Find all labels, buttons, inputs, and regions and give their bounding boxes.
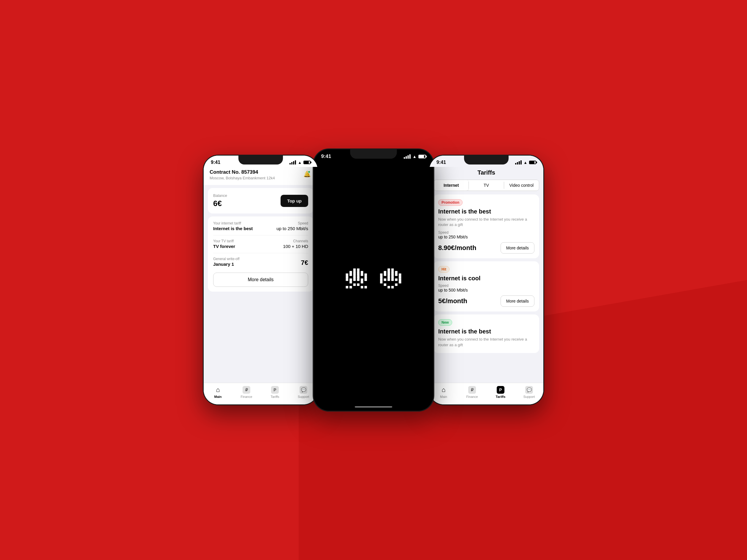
bar3-c xyxy=(408,155,409,159)
offer-price-2: 5€/month xyxy=(438,297,467,305)
bar1-c xyxy=(404,157,405,158)
phone-right: 9:41 ▲ Tariffs xyxy=(429,155,544,405)
nav-tariffs-right[interactable]: P Tariffs xyxy=(486,386,515,399)
offer-bottom-2: 5€/month More details xyxy=(438,296,535,307)
signal-icon-center xyxy=(404,154,411,159)
wifi-icon-right: ▲ xyxy=(523,160,527,165)
topup-button[interactable]: Top up xyxy=(281,195,308,207)
nav-finance-right[interactable]: ₽ Finance xyxy=(458,386,486,399)
svg-rect-27 xyxy=(350,286,352,288)
status-icons-center: ▲ xyxy=(404,154,426,159)
notch-right xyxy=(464,156,509,164)
battery-fill-left xyxy=(304,161,309,163)
battery-fill-center xyxy=(419,155,424,158)
battery-icon-right xyxy=(529,161,536,164)
phone-right-inner: 9:41 ▲ Tariffs xyxy=(429,156,543,404)
time-left: 9:41 xyxy=(211,160,220,165)
writeoff-label: General write-off xyxy=(213,257,239,261)
nav-main-left[interactable]: ⌂ Main xyxy=(204,386,232,399)
svg-rect-14 xyxy=(357,276,359,278)
svg-rect-55 xyxy=(395,284,397,286)
svg-rect-44 xyxy=(391,276,394,278)
alien-svg-1 xyxy=(342,267,370,292)
speed-value: up to 250 Mbit/s xyxy=(277,226,308,231)
pixel-aliens xyxy=(342,267,405,293)
svg-rect-10 xyxy=(361,274,363,276)
main-scroll: Balance 6€ Top up Your internet tariff I… xyxy=(204,185,318,315)
offer-desc-1: Now when you connect to the Internet you… xyxy=(438,217,535,227)
phone-left: 9:41 ▲ Contract No. 85 xyxy=(203,155,318,405)
tab-internet[interactable]: Internet xyxy=(434,180,468,190)
bar4-r xyxy=(520,160,522,164)
more-details-button[interactable]: More details xyxy=(213,273,308,287)
tab-bar[interactable]: Internet TV Video control xyxy=(434,180,539,191)
tariff-card: Your internet tariff Internet is the bes… xyxy=(208,217,313,291)
svg-rect-9 xyxy=(357,274,359,276)
offer-price-1: 8.90€/month xyxy=(438,244,476,252)
svg-rect-54 xyxy=(384,284,386,286)
svg-rect-22 xyxy=(350,281,352,283)
tv-label: Your TV tariff xyxy=(213,239,235,243)
offer-name-1: Internet is the best xyxy=(438,208,535,215)
svg-rect-36 xyxy=(380,274,382,276)
tariffs-icon-right: P xyxy=(497,386,505,394)
signal-icon-left xyxy=(289,160,296,164)
svg-rect-17 xyxy=(350,279,352,281)
balance-amount: 6€ xyxy=(213,199,227,208)
bottom-nav-right: ⌂ Main ₽ Finance P Tariffs 💬 Support xyxy=(429,383,543,404)
svg-rect-4 xyxy=(357,271,359,274)
tv-name: TV forever xyxy=(213,244,235,249)
svg-rect-53 xyxy=(399,281,401,283)
pixel-alien-2 xyxy=(377,267,405,293)
writeoff-date: January 1 xyxy=(213,261,239,266)
svg-rect-33 xyxy=(387,271,390,274)
offer-bottom-1: 8.90€/month More details xyxy=(438,242,535,254)
nav-finance-left[interactable]: ₽ Finance xyxy=(232,386,261,399)
svg-rect-41 xyxy=(399,274,401,276)
offer-more-btn-1[interactable]: More details xyxy=(500,242,535,254)
svg-rect-0 xyxy=(353,269,356,271)
offer-card-2: Hit Internet is cool Speed up to 500 Mbi… xyxy=(434,261,539,311)
svg-rect-34 xyxy=(391,271,394,274)
more-details-wrapper: More details xyxy=(213,272,308,287)
internet-label: Your internet tariff xyxy=(213,221,253,225)
svg-rect-21 xyxy=(365,279,367,281)
finance-icon-left: ₽ xyxy=(242,386,250,394)
svg-rect-12 xyxy=(346,276,348,278)
svg-rect-52 xyxy=(380,281,382,283)
svg-rect-29 xyxy=(365,286,367,288)
bar4 xyxy=(295,160,296,164)
svg-rect-51 xyxy=(399,279,401,281)
tariffs-icon-left: P xyxy=(271,386,279,394)
svg-rect-32 xyxy=(384,271,386,274)
tab-video-control[interactable]: Video control xyxy=(504,180,539,190)
svg-rect-8 xyxy=(353,274,356,276)
nav-label-support-right: Support xyxy=(523,395,535,399)
tab-tv[interactable]: TV xyxy=(469,180,504,190)
nav-support-right[interactable]: 💬 Support xyxy=(515,386,543,399)
svg-rect-26 xyxy=(346,286,348,288)
svg-rect-5 xyxy=(361,271,363,274)
offer-speed-label-1: Speed xyxy=(438,230,535,234)
svg-rect-19 xyxy=(357,279,359,281)
tariff-divider-2 xyxy=(213,253,308,253)
support-icon-right: 💬 xyxy=(525,386,533,394)
svg-rect-20 xyxy=(361,279,363,281)
svg-rect-49 xyxy=(391,279,394,281)
status-icons-left: ▲ xyxy=(289,160,311,165)
contract-title: Contract No. 857394 xyxy=(210,169,275,175)
offer-more-btn-2[interactable]: More details xyxy=(500,296,535,307)
time-center: 9:41 xyxy=(321,154,331,159)
badge-hit: Hit xyxy=(438,266,449,273)
internet-tariff-row: Your internet tariff Internet is the bes… xyxy=(213,221,308,231)
phone-center-inner: 9:41 ▲ xyxy=(313,149,433,411)
tv-tariff-row: Your TV tariff TV forever Channels 100 +… xyxy=(213,239,308,249)
splash-content xyxy=(313,149,433,411)
notification-bell[interactable]: 🔔 xyxy=(302,169,312,179)
bar3-r xyxy=(519,161,520,164)
home-icon-right: ⌂ xyxy=(441,386,445,394)
nav-tariffs-left[interactable]: P Tariffs xyxy=(261,386,289,399)
wifi-icon-left: ▲ xyxy=(298,160,302,165)
finance-icon-right: ₽ xyxy=(468,386,476,394)
svg-rect-35 xyxy=(395,271,397,274)
